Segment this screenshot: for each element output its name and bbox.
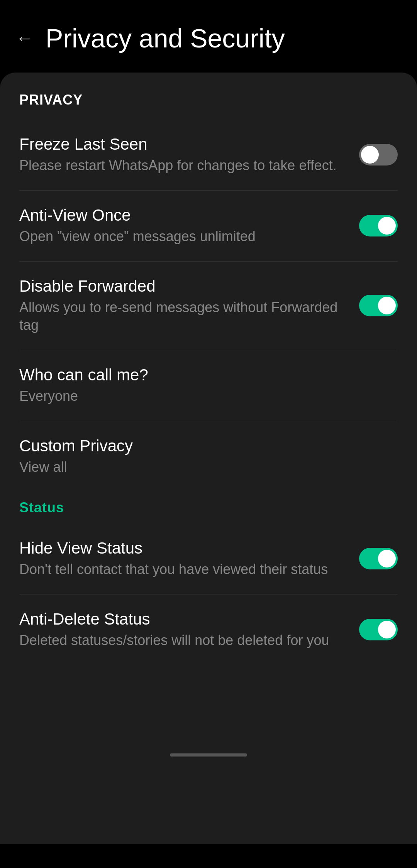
hide-view-status-toggle[interactable]: [359, 548, 398, 569]
freeze-last-seen-toggle[interactable]: [359, 144, 398, 165]
hide-view-status-subtitle: Don't tell contact that you have viewed …: [19, 561, 348, 579]
back-button[interactable]: ←: [15, 29, 34, 47]
anti-delete-status-subtitle: Deleted statuses/stories will not be del…: [19, 632, 348, 650]
hide-view-status-title: Hide View Status: [19, 539, 348, 557]
custom-privacy-subtitle: View all: [19, 458, 386, 476]
anti-view-once-toggle[interactable]: [359, 215, 398, 236]
disable-forwarded-text: Disable Forwarded Allows you to re-send …: [19, 277, 359, 335]
privacy-section-label: PRIVACY: [0, 92, 417, 120]
custom-privacy-item[interactable]: Custom Privacy View all: [0, 421, 417, 492]
disable-forwarded-item[interactable]: Disable Forwarded Allows you to re-send …: [0, 262, 417, 350]
anti-delete-status-title: Anti-Delete Status: [19, 610, 348, 628]
disable-forwarded-toggle[interactable]: [359, 295, 398, 316]
who-can-call-item[interactable]: Who can call me? Everyone: [0, 350, 417, 421]
anti-view-once-title: Anti-View Once: [19, 206, 348, 225]
anti-view-once-item[interactable]: Anti-View Once Open "view once" messages…: [0, 191, 417, 261]
hide-view-status-text: Hide View Status Don't tell contact that…: [19, 539, 359, 579]
disable-forwarded-title: Disable Forwarded: [19, 277, 348, 296]
who-can-call-title: Who can call me?: [19, 366, 386, 384]
custom-privacy-text: Custom Privacy View all: [19, 437, 398, 476]
who-can-call-subtitle: Everyone: [19, 387, 386, 405]
freeze-last-seen-item[interactable]: Freeze Last Seen Please restart WhatsApp…: [0, 120, 417, 190]
page-title: Privacy and Security: [46, 23, 285, 53]
who-can-call-text: Who can call me? Everyone: [19, 366, 398, 405]
disable-forwarded-subtitle: Allows you to re-send messages without F…: [19, 299, 348, 335]
anti-delete-status-text: Anti-Delete Status Deleted statuses/stor…: [19, 610, 359, 650]
freeze-last-seen-title: Freeze Last Seen: [19, 135, 348, 154]
status-section-label: Status: [0, 492, 417, 524]
anti-delete-status-item[interactable]: Anti-Delete Status Deleted statuses/stor…: [0, 594, 417, 665]
bottom-indicator: [0, 742, 417, 768]
anti-view-once-text: Anti-View Once Open "view once" messages…: [19, 206, 359, 246]
freeze-last-seen-subtitle: Please restart WhatsApp for changes to t…: [19, 157, 348, 175]
anti-view-once-subtitle: Open "view once" messages unlimited: [19, 228, 348, 246]
custom-privacy-title: Custom Privacy: [19, 437, 386, 455]
header: ← Privacy and Security: [0, 0, 417, 73]
anti-delete-status-toggle[interactable]: [359, 619, 398, 640]
content-card: PRIVACY Freeze Last Seen Please restart …: [0, 73, 417, 844]
hide-view-status-item[interactable]: Hide View Status Don't tell contact that…: [0, 524, 417, 594]
home-bar: [170, 753, 247, 757]
freeze-last-seen-text: Freeze Last Seen Please restart WhatsApp…: [19, 135, 359, 175]
